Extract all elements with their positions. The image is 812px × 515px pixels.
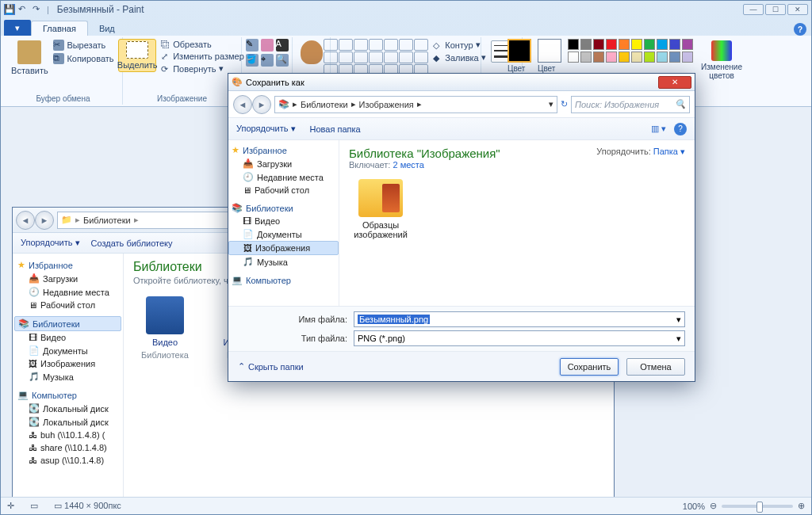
file-menu[interactable]: ▾ xyxy=(4,20,31,36)
search-input[interactable]: Поиск: Изображения🔍 xyxy=(571,96,690,113)
undo-icon[interactable]: ↶ xyxy=(18,4,29,15)
new-library[interactable]: Создать библиотеку xyxy=(91,238,173,248)
zoom-slider[interactable] xyxy=(722,505,793,508)
text-icon[interactable]: A xyxy=(276,39,289,52)
refresh-icon[interactable]: ↻ xyxy=(561,99,568,109)
cut-button[interactable]: ✂Вырезать xyxy=(52,39,115,52)
select-button[interactable]: Выделить xyxy=(118,39,156,72)
filename-label: Имя файла: xyxy=(284,315,347,324)
paste-button[interactable]: Вставить xyxy=(10,39,48,77)
palette-color[interactable] xyxy=(669,39,680,50)
palette-color[interactable] xyxy=(644,52,655,63)
tree-item[interactable]: 📄 Документы xyxy=(14,344,121,357)
window-title: Безымянный - Paint xyxy=(57,4,144,15)
palette-color[interactable] xyxy=(657,52,668,63)
color-palette[interactable] xyxy=(568,39,693,63)
tree-item[interactable]: 🖧 buh (\\10.1.4.8) ( xyxy=(14,429,121,441)
tree-item[interactable]: 🎞 Видео xyxy=(14,331,121,344)
tree-item[interactable]: 💽 Локальный диск xyxy=(14,415,121,429)
palette-color[interactable] xyxy=(644,39,655,50)
fill-icon[interactable]: 🪣 xyxy=(246,54,259,67)
palette-color[interactable] xyxy=(580,52,592,63)
arrange-dropdown[interactable]: Папка ▾ xyxy=(653,147,685,156)
palette-color[interactable] xyxy=(631,39,642,50)
dlg-organize[interactable]: Упорядочить ▾ xyxy=(236,124,296,134)
filename-input[interactable]: Безымянный.png▾ xyxy=(354,311,685,327)
palette-color[interactable] xyxy=(682,52,693,63)
dlg-breadcrumb[interactable]: 📚▸Библиотеки▸Изображения▸ ▾ xyxy=(274,96,557,113)
palette-color[interactable] xyxy=(606,52,617,63)
shapes-gallery[interactable] xyxy=(324,39,428,76)
palette-color[interactable] xyxy=(593,52,604,63)
crop-button[interactable]: ⿻Обрезать xyxy=(159,39,246,50)
includes-link[interactable]: 2 места xyxy=(393,160,423,170)
hide-folders-toggle[interactable]: ⌃Скрыть папки xyxy=(238,361,304,372)
palette-color[interactable] xyxy=(669,52,680,63)
library-item[interactable]: Видео Библиотека xyxy=(133,296,197,360)
organize-menu[interactable]: Упорядочить ▾ xyxy=(21,238,80,248)
group-image: Изображение xyxy=(123,94,241,103)
dlg-newfolder[interactable]: Новая папка xyxy=(310,124,361,134)
folder-item[interactable]: Образцы изображений xyxy=(349,179,412,239)
dialog-close-button[interactable]: ✕ xyxy=(658,76,691,89)
copy-button[interactable]: ⧉Копировать xyxy=(52,52,115,65)
tree-item[interactable]: 🎵 Музыка xyxy=(14,370,121,383)
filetype-select[interactable]: PNG (*.png)▾ xyxy=(354,330,685,346)
back-button[interactable]: ◄ xyxy=(16,211,35,230)
pencil-icon[interactable]: ✎ xyxy=(246,39,259,52)
tree-item[interactable]: 🖧 asup (\\10.1.4.8) xyxy=(14,454,121,467)
tree-item[interactable]: 📥 Загрузки xyxy=(228,157,339,170)
forward-button[interactable]: ► xyxy=(35,211,54,230)
eraser-icon[interactable] xyxy=(261,39,274,52)
tree-item[interactable]: 🖥 Рабочий стол xyxy=(228,184,339,196)
redo-icon[interactable]: ↷ xyxy=(33,4,44,15)
tree-item[interactable]: 🎵 Музыка xyxy=(228,255,339,269)
palette-color[interactable] xyxy=(568,52,579,63)
palette-color[interactable] xyxy=(657,39,668,50)
zoom-in[interactable]: ⊕ xyxy=(798,501,805,511)
tree-item-selected[interactable]: 🖼 Изображения xyxy=(228,241,339,255)
cancel-button[interactable]: Отмена xyxy=(626,358,685,376)
edit-colors-button[interactable]: Изменение цветов xyxy=(699,39,744,82)
dlg-forward[interactable]: ► xyxy=(252,95,271,114)
color1-swatch[interactable] xyxy=(508,39,531,63)
tree-item[interactable]: 🕘 Недавние места xyxy=(14,285,121,299)
tab-home[interactable]: Главная xyxy=(31,21,88,36)
shape-outline[interactable]: ◇Контур▾ xyxy=(431,39,487,51)
zoom-out[interactable]: ⊖ xyxy=(710,501,717,511)
dlg-back[interactable]: ◄ xyxy=(233,95,252,114)
palette-color[interactable] xyxy=(631,52,642,63)
tree-item[interactable]: 🎞 Видео xyxy=(228,215,339,227)
tree-item[interactable]: 💽 Локальный диск xyxy=(14,402,121,415)
palette-color[interactable] xyxy=(568,39,579,50)
tree-item[interactable]: 🖼 Изображения xyxy=(14,357,121,370)
palette-color[interactable] xyxy=(619,39,630,50)
magnifier-icon[interactable]: 🔍 xyxy=(276,54,289,67)
palette-color[interactable] xyxy=(606,39,617,50)
palette-color[interactable] xyxy=(580,39,592,50)
tab-view[interactable]: Вид xyxy=(88,21,126,36)
dialog-titlebar: 🎨 Сохранить как ✕ xyxy=(228,74,695,91)
help-icon[interactable]: ? xyxy=(794,23,806,36)
nav-tree: ★Избранное 📥 Загрузки 🕘 Недавние места 🖥… xyxy=(13,254,124,497)
save-icon[interactable]: 💾 xyxy=(4,4,15,15)
resize-button[interactable]: ⤢Изменить размер xyxy=(159,51,246,62)
picker-icon[interactable]: ⌖ xyxy=(261,54,274,67)
dlg-help-icon[interactable]: ? xyxy=(674,123,687,135)
close-button[interactable]: ✕ xyxy=(787,4,808,15)
shape-fill[interactable]: ◆Заливка▾ xyxy=(431,52,487,63)
view-mode-icon[interactable]: ▥ ▾ xyxy=(651,124,666,134)
color2-swatch[interactable] xyxy=(538,39,561,63)
palette-color[interactable] xyxy=(682,39,693,50)
tree-item[interactable]: 🕘 Недавние места xyxy=(228,170,339,184)
tree-item[interactable]: 📄 Документы xyxy=(228,227,339,241)
minimize-button[interactable]: — xyxy=(743,4,764,15)
palette-color[interactable] xyxy=(593,39,604,50)
tree-item[interactable]: 📥 Загрузки xyxy=(14,272,121,285)
palette-color[interactable] xyxy=(619,52,630,63)
maximize-button[interactable]: ☐ xyxy=(765,4,786,15)
tree-item[interactable]: 🖧 share (\\10.1.4.8) xyxy=(14,441,121,454)
tree-item[interactable]: 🖥 Рабочий стол xyxy=(14,299,121,311)
dlg-heading: Библиотека "Изображения" xyxy=(349,147,500,160)
save-button[interactable]: Сохранить xyxy=(560,358,619,376)
